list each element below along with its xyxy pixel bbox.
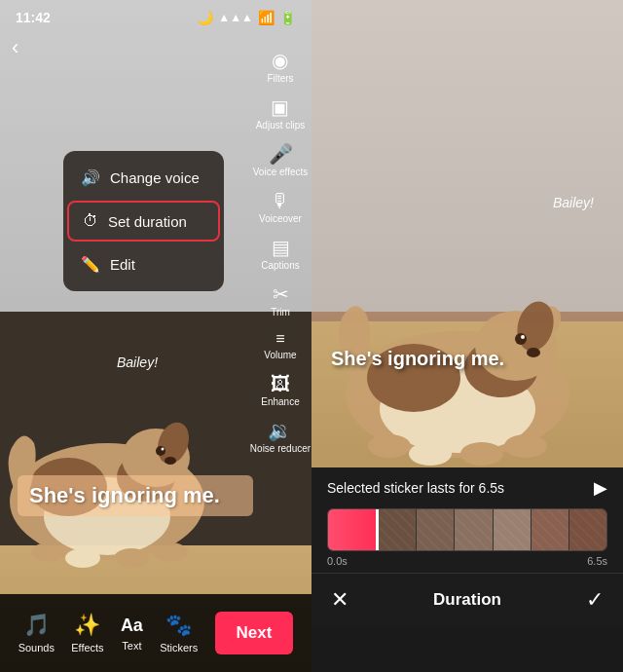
svg-point-22 [368,434,411,458]
timeline-end-label: 6.5s [587,555,607,567]
next-button[interactable]: Next [215,612,294,654]
edit-icon: ✏️ [81,255,100,274]
svg-point-9 [31,542,66,562]
noise-reducer-label: Noise reducer [250,443,311,454]
timeline-frame-1 [379,509,417,550]
effects-tool[interactable]: ✨ Effects [71,613,103,653]
timeline-labels: 0.0s 6.5s [327,555,607,567]
dog-image-left [0,307,224,579]
duration-controls: ✕ Duration ✓ [312,573,623,626]
sidebar-tool-volume[interactable]: ≡ Volume [264,327,296,364]
sounds-icon: 🎵 [23,613,50,638]
set-duration-label: Set duration [108,213,187,230]
captions-label: Captions [261,260,299,271]
stickers-label: Stickers [160,642,198,653]
play-button[interactable]: ▶ [594,477,607,499]
adjust-clips-label: Adjust clips [256,120,306,131]
bailey-label-right: Bailey! [553,195,594,210]
trim-icon: ✂ [273,284,289,304]
timeline-handle[interactable] [376,509,379,550]
timeline-frame-2 [417,509,455,550]
text-label: Text [122,640,141,652]
svg-point-6 [156,446,165,456]
left-panel: 11:42 🌙 ▲▲▲ 📶 🔋 ‹ ◉ Filters ▣ Adjust cli… [0,0,312,672]
timeline-pink-segment [328,509,379,550]
text-icon: Aa [121,616,143,636]
filters-icon: ◉ [272,51,288,70]
sidebar-tools: ◉ Filters ▣ Adjust clips 🎤 Voice effects… [249,39,312,458]
caption-text: She's ignoring me. [29,483,220,507]
timeline-area: Selected sticker lasts for 6.5s ▶ 0.0s 6… [312,467,623,573]
sidebar-tool-voiceover[interactable]: 🎙 Voiceover [259,187,302,228]
timeline-frame-4 [494,509,531,550]
adjust-clips-icon: ▣ [271,97,289,117]
stickers-icon: 🐾 [165,613,192,638]
timeline-video-segment [379,509,606,550]
context-menu-set-duration[interactable]: ⏱ Set duration [67,201,220,242]
voiceover-icon: 🎙 [271,191,290,210]
sticker-info-text: Selected sticker lasts for 6.5s [327,480,504,496]
timeline-start-label: 0.0s [327,555,348,567]
filters-label: Filters [267,73,293,84]
voice-effects-icon: 🎤 [269,144,293,164]
status-icons: 🌙 ▲▲▲ 📶 🔋 [197,10,296,25]
sidebar-tool-enhance[interactable]: 🖼 Enhance [261,370,299,411]
svg-point-23 [409,442,452,466]
svg-point-20 [521,335,525,339]
sounds-label: Sounds [18,642,55,653]
right-video-area: Bailey! She's ignoring me. [312,0,623,467]
timeline-track[interactable] [327,508,607,551]
sounds-tool[interactable]: 🎵 Sounds [18,613,55,653]
bailey-text-left: Bailey! [117,355,158,370]
dog-image-right [321,136,594,467]
back-button[interactable]: ‹ [12,35,18,60]
trim-label: Trim [271,307,290,317]
context-menu-change-voice[interactable]: 🔊 Change voice [63,157,224,199]
edit-label: Edit [110,256,135,273]
voiceover-label: Voiceover [259,213,302,224]
sidebar-tool-captions[interactable]: ▤ Captions [261,234,299,275]
caption-box[interactable]: She's ignoring me. [18,475,253,516]
sidebar-tool-filters[interactable]: ◉ Filters [267,47,293,88]
svg-point-11 [114,548,149,568]
time-display: 11:42 [16,10,51,25]
signal-icon: ▲▲▲ [218,11,253,24]
timeline-frame-5 [531,509,569,550]
volume-icon: ≡ [275,331,284,347]
svg-point-8 [165,457,176,465]
effects-label: Effects [71,642,103,653]
caption-right: She's ignoring me. [331,348,604,370]
text-tool[interactable]: Aa Text [121,616,143,652]
sidebar-tool-trim[interactable]: ✂ Trim [271,280,290,321]
noise-reducer-icon: 🔉 [268,421,292,440]
captions-icon: ▤ [272,238,290,257]
volume-label: Volume [264,350,296,360]
enhance-icon: 🖼 [271,374,290,393]
svg-point-24 [460,442,503,466]
effects-icon: ✨ [74,613,100,638]
duration-label: Duration [433,590,501,610]
timeline-frame-3 [455,509,493,550]
moon-icon: 🌙 [197,10,213,25]
stickers-tool[interactable]: 🐾 Stickers [160,613,198,653]
sidebar-tool-voice-effects[interactable]: 🎤 Voice effects [253,140,309,181]
context-menu: 🔊 Change voice ⏱ Set duration ✏️ Edit [63,151,224,291]
svg-point-25 [504,434,547,458]
change-voice-label: Change voice [110,169,200,186]
svg-point-10 [65,548,100,568]
sticker-info-row: Selected sticker lasts for 6.5s ▶ [327,477,607,499]
duration-close-button[interactable]: ✕ [331,587,348,613]
svg-point-12 [153,542,188,562]
svg-point-19 [515,333,527,345]
change-voice-icon: 🔊 [81,168,100,187]
bottom-bar: 🎵 Sounds ✨ Effects Aa Text 🐾 Stickers Ne… [0,594,312,672]
enhance-label: Enhance [261,396,299,407]
duration-confirm-button[interactable]: ✓ [586,587,604,613]
timeline-frame-6 [569,509,606,550]
context-menu-edit[interactable]: ✏️ Edit [63,243,224,285]
set-duration-icon: ⏱ [83,212,98,230]
wifi-icon: 📶 [258,10,275,25]
sidebar-tool-adjust-clips[interactable]: ▣ Adjust clips [256,93,306,134]
right-panel: Bailey! She's ignoring me. Selected stic… [312,0,623,672]
sidebar-tool-noise-reducer[interactable]: 🔉 Noise reducer [250,417,311,458]
